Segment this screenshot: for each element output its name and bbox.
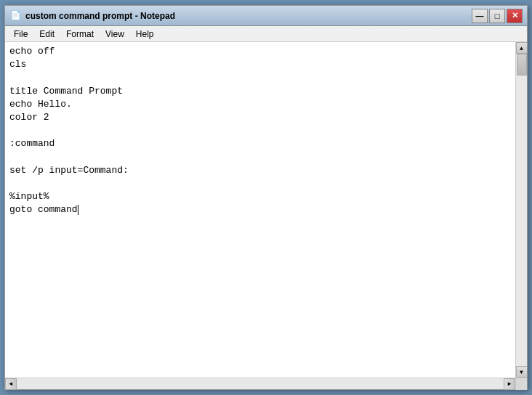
minimize-button[interactable]: —: [472, 9, 488, 23]
close-button[interactable]: ✕: [507, 9, 523, 23]
editor-line: :command: [9, 138, 55, 149]
vertical-scrollbar: ▲ ▼: [515, 42, 527, 378]
window-icon: 📄: [9, 10, 21, 22]
menu-help[interactable]: Help: [130, 28, 160, 41]
scroll-down-button[interactable]: ▼: [516, 366, 528, 378]
editor-line: %input%: [9, 191, 49, 202]
editor-line: title Command Prompt: [9, 86, 123, 97]
editor-line: cls: [9, 59, 26, 70]
editor-area: echo off cls title Command Prompt echo H…: [5, 42, 527, 378]
editor-line: color 2: [9, 112, 49, 123]
menu-bar: File Edit Format View Help: [5, 26, 527, 42]
bottom-bar: ◄ ►: [5, 378, 527, 389]
window-title: custom command prompt - Notepad: [25, 11, 472, 21]
editor-content[interactable]: echo off cls title Command Prompt echo H…: [5, 42, 515, 378]
scroll-left-button[interactable]: ◄: [5, 378, 17, 390]
menu-view[interactable]: View: [100, 28, 130, 41]
horizontal-scrollbar: ◄ ►: [5, 378, 515, 389]
menu-edit[interactable]: Edit: [33, 28, 60, 41]
scroll-right-button[interactable]: ►: [504, 378, 515, 390]
text-cursor: [78, 204, 78, 215]
scroll-track-v[interactable]: [516, 54, 527, 366]
menu-file[interactable]: File: [8, 28, 33, 41]
scroll-corner: [515, 378, 527, 390]
title-bar: 📄 custom command prompt - Notepad — □ ✕: [5, 6, 527, 26]
editor-line: goto command: [9, 204, 78, 215]
scroll-track-h[interactable]: [17, 378, 504, 389]
notepad-window: 📄 custom command prompt - Notepad — □ ✕ …: [4, 5, 528, 390]
maximize-button[interactable]: □: [489, 9, 505, 23]
editor-line: echo Hello.: [9, 99, 72, 110]
editor-line: set /p input=Command:: [9, 165, 129, 176]
scroll-up-button[interactable]: ▲: [516, 42, 528, 54]
scroll-thumb-v[interactable]: [517, 54, 527, 76]
menu-format[interactable]: Format: [60, 28, 100, 41]
editor-line: echo off: [9, 46, 55, 57]
title-bar-buttons: — □ ✕: [472, 9, 523, 23]
